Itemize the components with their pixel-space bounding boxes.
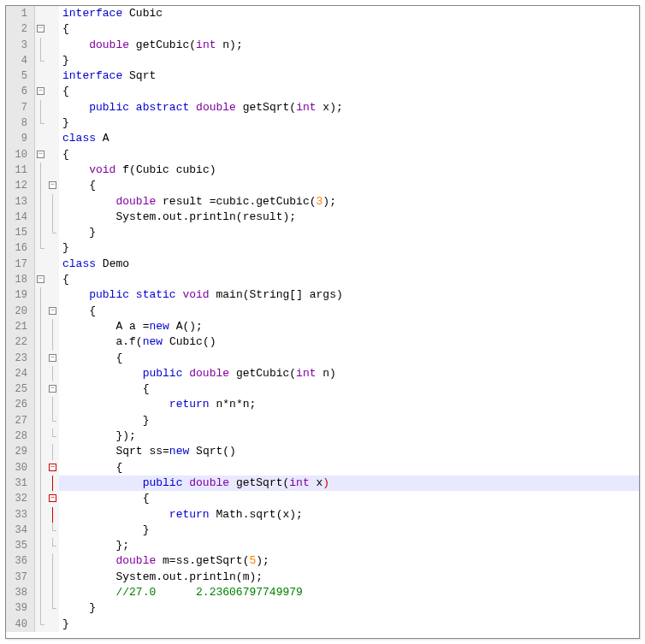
fold-gutter: [35, 162, 47, 178]
code-line[interactable]: 31 public double getSqrt(int x): [6, 476, 639, 491]
line-number: 17: [6, 257, 35, 272]
code-content[interactable]: }: [59, 225, 639, 240]
code-line[interactable]: 5interface Sqrt: [6, 68, 639, 84]
code-content[interactable]: }: [59, 413, 639, 428]
code-content[interactable]: }: [59, 115, 639, 131]
code-content[interactable]: }: [59, 617, 639, 632]
code-content[interactable]: class Demo: [59, 257, 639, 272]
code-line[interactable]: 40}: [6, 617, 639, 632]
code-content[interactable]: {: [59, 381, 639, 397]
code-content[interactable]: public double getSqrt(int x): [59, 476, 639, 491]
fold-toggle-icon[interactable]: −: [37, 25, 44, 32]
code-content[interactable]: System.out.println(m);: [59, 570, 639, 585]
token-pn: [163, 335, 169, 348]
code-line[interactable]: 22 a.f(new Cubic(): [6, 334, 639, 350]
token-fn: getSqrt: [236, 476, 283, 489]
code-content[interactable]: public abstract double getSqrt(int x);: [59, 100, 639, 115]
code-line[interactable]: 7 public abstract double getSqrt(int x);: [6, 100, 639, 115]
code-line[interactable]: 25− {: [6, 381, 639, 397]
code-line[interactable]: 16}: [6, 240, 639, 256]
code-content[interactable]: return Math.sqrt(x);: [59, 507, 639, 523]
code-line[interactable]: 18−{: [6, 272, 639, 287]
code-line[interactable]: 14 System.out.println(result);: [6, 210, 639, 225]
code-line[interactable]: 32− {: [6, 491, 639, 506]
code-line[interactable]: 9class A: [6, 131, 639, 146]
fold-toggle-icon[interactable]: −: [49, 385, 56, 393]
fold-toggle-icon[interactable]: −: [37, 87, 44, 95]
code-line[interactable]: 13 double result =cubic.getCubic(3);: [6, 194, 639, 210]
code-line[interactable]: 3 double getCubic(int n);: [6, 38, 639, 53]
code-content[interactable]: {: [59, 304, 639, 319]
code-content[interactable]: }: [59, 240, 639, 256]
code-line[interactable]: 33 return Math.sqrt(x);: [6, 507, 639, 523]
code-line[interactable]: 21 A a =new A();: [6, 319, 639, 334]
code-line[interactable]: 8}: [6, 115, 639, 131]
code-line[interactable]: 36 double m=ss.getSqrt(5);: [6, 553, 639, 569]
fold-toggle-icon[interactable]: −: [49, 181, 56, 189]
code-content[interactable]: {: [59, 147, 639, 162]
code-content[interactable]: interface Sqrt: [59, 68, 639, 84]
code-editor[interactable]: 1interface Cubic2−{3 double getCubic(int…: [5, 5, 640, 639]
code-line[interactable]: 12− {: [6, 178, 639, 193]
code-line[interactable]: 39 }: [6, 600, 639, 616]
code-line[interactable]: 20− {: [6, 304, 639, 319]
code-content[interactable]: {: [59, 351, 639, 366]
code-content[interactable]: }: [59, 600, 639, 616]
code-line[interactable]: 26 return n*n*n;: [6, 397, 639, 412]
line-number: 14: [6, 210, 35, 225]
code-content[interactable]: {: [59, 178, 639, 193]
code-line[interactable]: 4}: [6, 53, 639, 68]
code-content[interactable]: interface Cubic: [59, 6, 639, 21]
token-op: =: [169, 554, 176, 567]
code-line[interactable]: 29 Sqrt ss=new Sqrt(): [6, 444, 639, 459]
code-line[interactable]: 27 }: [6, 413, 639, 428]
code-content[interactable]: public double getCubic(int n): [59, 366, 639, 381]
code-content[interactable]: {: [59, 491, 639, 506]
code-line[interactable]: 23− {: [6, 351, 639, 366]
code-content[interactable]: });: [59, 428, 639, 444]
code-line[interactable]: 19 public static void main(String[] args…: [6, 287, 639, 303]
code-content[interactable]: }: [59, 53, 639, 68]
code-line[interactable]: 11 void f(Cubic cubic): [6, 162, 639, 178]
code-content[interactable]: {: [59, 272, 639, 287]
code-content[interactable]: {: [59, 21, 639, 37]
code-content[interactable]: }: [59, 523, 639, 538]
code-content[interactable]: a.f(new Cubic(): [59, 334, 639, 350]
code-line[interactable]: 35 };: [6, 538, 639, 553]
code-line[interactable]: 10−{: [6, 147, 639, 162]
code-content[interactable]: //27.0 2.23606797749979: [59, 585, 639, 600]
code-content[interactable]: double m=ss.getSqrt(5);: [59, 553, 639, 569]
code-line[interactable]: 17class Demo: [6, 257, 639, 272]
code-line[interactable]: 24 public double getCubic(int n): [6, 366, 639, 381]
code-content[interactable]: {: [59, 84, 639, 99]
code-line[interactable]: 38 //27.0 2.23606797749979: [6, 585, 639, 600]
code-content[interactable]: void f(Cubic cubic): [59, 162, 639, 178]
code-content[interactable]: return n*n*n;: [59, 397, 639, 412]
line-number: 25: [6, 381, 35, 397]
code-line[interactable]: 6−{: [6, 84, 639, 99]
code-content[interactable]: class A: [59, 131, 639, 146]
code-line[interactable]: 37 System.out.println(m);: [6, 570, 639, 585]
code-line[interactable]: 30− {: [6, 460, 639, 476]
fold-toggle-icon[interactable]: −: [49, 354, 56, 362]
fold-toggle-icon[interactable]: −: [37, 275, 44, 283]
code-content[interactable]: Sqrt ss=new Sqrt(): [59, 444, 639, 459]
fold-toggle-icon[interactable]: −: [49, 464, 56, 471]
code-content[interactable]: };: [59, 538, 639, 553]
code-line[interactable]: 15 }: [6, 225, 639, 240]
code-content[interactable]: double result =cubic.getCubic(3);: [59, 194, 639, 210]
line-number: 19: [6, 287, 35, 303]
token-pn: [236, 101, 243, 114]
code-content[interactable]: System.out.println(result);: [59, 210, 639, 225]
fold-toggle-icon[interactable]: −: [49, 307, 56, 315]
code-content[interactable]: double getCubic(int n);: [59, 38, 639, 53]
code-content[interactable]: {: [59, 460, 639, 476]
code-line[interactable]: 28 });: [6, 428, 639, 444]
fold-toggle-icon[interactable]: −: [49, 494, 56, 502]
fold-toggle-icon[interactable]: −: [37, 151, 44, 158]
code-content[interactable]: A a =new A();: [59, 319, 639, 334]
code-line[interactable]: 34 }: [6, 523, 639, 538]
code-line[interactable]: 1interface Cubic: [6, 6, 639, 21]
code-line[interactable]: 2−{: [6, 21, 639, 37]
code-content[interactable]: public static void main(String[] args): [59, 287, 639, 303]
